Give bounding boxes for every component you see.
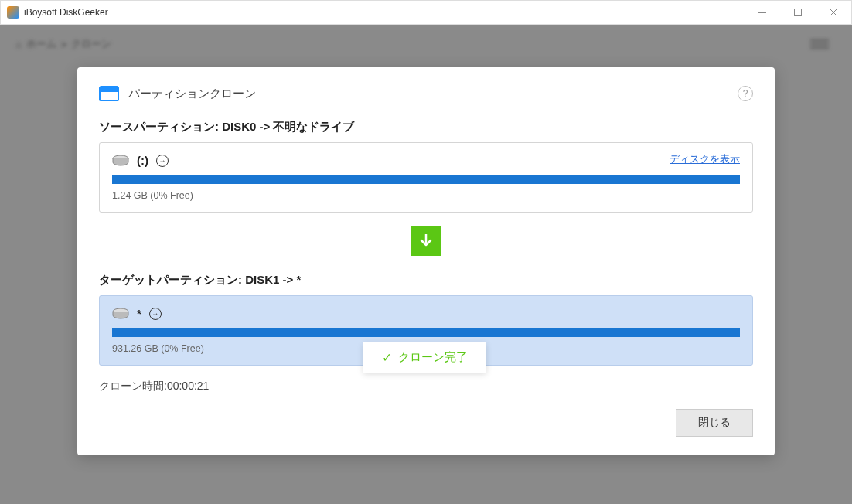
- arrow-right-icon[interactable]: →: [156, 155, 169, 167]
- minimize-icon: [758, 12, 766, 13]
- arrow-down-icon: [420, 234, 432, 248]
- partition-clone-modal: パーティションクローン ? ソースパーティション: DISK0 -> 不明なドラ…: [77, 67, 775, 455]
- arrow-down-indicator: [411, 226, 441, 256]
- titlebar: iBoysoft DiskGeeker: [0, 0, 852, 25]
- modal-title: パーティションクローン: [128, 87, 256, 101]
- source-size-text: 1.24 GB (0% Free): [112, 190, 740, 201]
- help-icon: ?: [743, 88, 748, 99]
- source-partition-box: ディスクを表示 (:) → 1.24 GB (0% Free): [99, 142, 753, 213]
- clone-complete-toast: ✓ クローン完了: [363, 342, 486, 373]
- close-button[interactable]: 閉じる: [676, 409, 753, 437]
- app-title: iBoysoft DiskGeeker: [24, 7, 108, 18]
- maximize-button[interactable]: [780, 1, 816, 24]
- target-usage-bar: [112, 328, 740, 337]
- source-partition-label: ソースパーティション: DISK0 -> 不明なドライブ: [99, 120, 753, 135]
- show-disk-link[interactable]: ディスクを表示: [670, 152, 740, 166]
- disk-icon: [112, 155, 129, 167]
- target-disk-row: * →: [112, 307, 740, 320]
- breadcrumb-home: ホーム: [26, 37, 56, 51]
- source-usage-bar: [112, 175, 740, 184]
- app-body: ⌂ ホーム > クローン パーティションクローン ? ソースパーティション: D…: [0, 25, 852, 504]
- clone-time-text: クローン時間:00:00:21: [99, 380, 753, 393]
- breadcrumb: ⌂ ホーム > クローン: [15, 37, 111, 51]
- maximize-icon: [794, 9, 802, 16]
- status-text: クローン完了: [398, 350, 468, 365]
- minimize-button[interactable]: [745, 1, 780, 24]
- close-window-button[interactable]: [816, 1, 851, 24]
- breadcrumb-current: クローン: [71, 37, 111, 51]
- close-icon: [830, 9, 837, 16]
- drive-icon: [99, 86, 119, 101]
- hamburger-menu-icon[interactable]: [810, 37, 829, 51]
- arrow-right-icon[interactable]: →: [149, 308, 162, 320]
- window-controls: [745, 1, 851, 24]
- home-icon: ⌂: [15, 39, 22, 50]
- help-button[interactable]: ?: [738, 86, 753, 101]
- breadcrumb-separator: >: [61, 39, 67, 50]
- svg-rect-1: [795, 9, 802, 16]
- source-partition-name: (:): [137, 154, 148, 167]
- source-disk-row: (:) →: [112, 154, 740, 167]
- app-icon: [7, 6, 19, 19]
- target-partition-name: *: [137, 307, 141, 320]
- checkmark-icon: ✓: [382, 350, 392, 365]
- disk-icon: [112, 308, 129, 320]
- modal-header: パーティションクローン ?: [99, 86, 753, 101]
- svg-rect-0: [758, 12, 766, 13]
- target-partition-label: ターゲットパーティション: DISK1 -> *: [99, 273, 753, 288]
